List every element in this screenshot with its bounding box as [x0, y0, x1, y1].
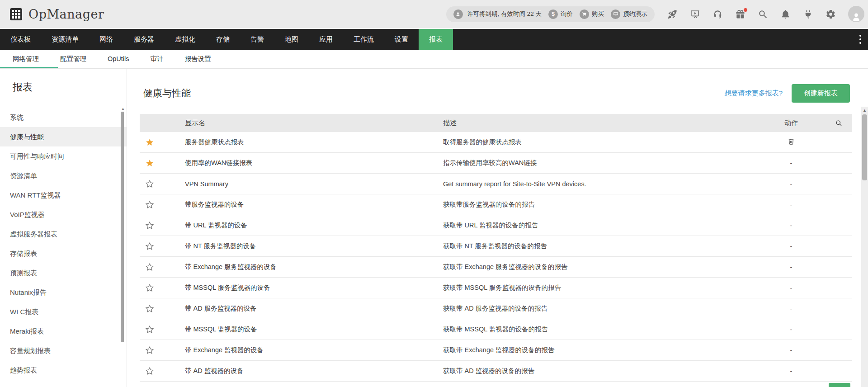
star-icon[interactable]: [145, 367, 154, 376]
sidebar-item[interactable]: WAN RTT监视器: [0, 185, 127, 205]
main-panel: 健康与性能 想要请求更多报表? 创建新报表 显示名 描述 动作 服务器健康状态报…: [127, 69, 868, 387]
table-row: VPN SummaryGet summary report for Site-t…: [140, 174, 852, 194]
sidebar-item[interactable]: Nutanix报告: [0, 283, 127, 302]
report-name[interactable]: 使用率的WAN链接报表: [185, 159, 252, 166]
report-name[interactable]: VPN Summary: [185, 180, 228, 188]
license-pill: 许可将到期, 有效时间 22 天 $询价购买预约演示: [446, 6, 655, 22]
search-icon[interactable]: [758, 9, 768, 19]
report-name[interactable]: 带服务监视器的设备: [185, 201, 244, 208]
module-subtabs: 网络管理配置管理OpUtils审计报告设置: [0, 50, 868, 69]
report-name[interactable]: 服务器健康状态报表: [185, 138, 244, 146]
demo-button[interactable]: 预约演示: [611, 9, 647, 19]
nav-item[interactable]: 地图: [274, 29, 309, 50]
star-icon[interactable]: [145, 221, 154, 230]
price-quote-icon: $: [548, 9, 558, 19]
sidebar-item[interactable]: 趋势报表: [0, 360, 127, 380]
demo-screen-icon: [611, 9, 620, 19]
nav-item[interactable]: 设置: [384, 29, 419, 50]
sidebar-scrollbar-thumb[interactable]: [121, 112, 124, 342]
sidebar-scroll-up-arrow[interactable]: ▲: [121, 107, 125, 111]
delete-report-button[interactable]: [787, 137, 795, 146]
presentation-icon[interactable]: [690, 9, 700, 19]
sidebar-item[interactable]: 健康与性能: [0, 127, 127, 146]
sidebar-item[interactable]: WLC报表: [0, 302, 127, 321]
reports-table: 显示名 描述 动作 服务器健康状态报表取得服务器的健康状态报表使用率的WAN链接…: [140, 114, 852, 382]
report-name[interactable]: 带 NT 服务监视器的设备: [185, 242, 256, 250]
sidebar-item[interactable]: 存储报表: [0, 244, 127, 263]
report-description: 获取带 MSSQL 监视器的设备的报告: [439, 325, 757, 334]
sidebar-item[interactable]: 预测报表: [0, 263, 127, 283]
subtab[interactable]: 报告设置: [185, 50, 211, 68]
star-icon[interactable]: [145, 159, 154, 168]
nav-item[interactable]: 应用: [309, 29, 343, 50]
table-row: 带 MSSQL 服务监视器的设备获取带 MSSQL 服务监视器的设备的报告-: [140, 278, 852, 298]
nav-item[interactable]: 存储: [206, 29, 240, 50]
report-name[interactable]: 带 AD 服务监视器的设备: [185, 305, 257, 312]
report-name[interactable]: 带 MSSQL 服务监视器的设备: [185, 284, 270, 291]
column-header-actions: 动作: [757, 119, 825, 127]
star-icon[interactable]: [145, 242, 154, 251]
report-description: 获取带服务监视器的设备的报告: [439, 200, 757, 209]
subtab[interactable]: OpUtils: [108, 50, 129, 68]
report-description: 获取带 Exchange 监视器的设备的报告: [439, 346, 757, 354]
request-more-reports-link[interactable]: 想要请求更多报表?: [725, 89, 783, 98]
star-icon[interactable]: [145, 346, 154, 355]
nav-item[interactable]: 资源清单: [41, 29, 89, 50]
nav-item[interactable]: 工作流: [343, 29, 384, 50]
table-search-icon[interactable]: [835, 119, 843, 127]
report-description: 指示传输使用率较高的WAN链接: [439, 159, 757, 167]
sidebar-item[interactable]: VoIP监视器: [0, 205, 127, 224]
nav-item[interactable]: 网络: [89, 29, 123, 50]
star-icon[interactable]: [145, 304, 154, 313]
report-description: 获取带 NT 服务监视器的设备的报告: [439, 242, 757, 250]
plug-icon[interactable]: [803, 9, 813, 19]
star-icon[interactable]: [145, 283, 154, 293]
create-report-button[interactable]: 创建新报表: [792, 84, 850, 103]
star-icon[interactable]: [145, 179, 154, 189]
star-icon[interactable]: [145, 263, 154, 272]
page-scroll-up-arrow[interactable]: ▲: [861, 107, 868, 113]
nav-item[interactable]: 报表: [419, 29, 453, 50]
gear-icon[interactable]: [826, 9, 836, 19]
page-title: 健康与性能: [143, 87, 191, 99]
sidebar-item[interactable]: Meraki报表: [0, 321, 127, 341]
page-scrollbar-thumb[interactable]: [862, 114, 867, 180]
nav-item[interactable]: 告警: [240, 29, 274, 50]
buy-button[interactable]: 购买: [580, 9, 604, 19]
column-header-description: 描述: [439, 119, 757, 127]
star-icon[interactable]: [145, 138, 154, 147]
subtab[interactable]: 网络管理: [13, 50, 39, 68]
report-name[interactable]: 带 MSSQL 监视器的设备: [185, 326, 257, 333]
sidebar-item[interactable]: 虚拟服务器报表: [0, 224, 127, 244]
headset-icon[interactable]: [712, 9, 723, 19]
subtab[interactable]: 配置管理: [60, 50, 86, 68]
floating-button-partial[interactable]: [829, 383, 850, 387]
sidebar-item[interactable]: 系统: [0, 108, 127, 127]
quote-button[interactable]: $询价: [548, 9, 573, 19]
sidebar-item[interactable]: 资源清单: [0, 166, 127, 185]
report-name[interactable]: 带 Exchange 监视器的设备: [185, 346, 264, 354]
person-icon: [851, 11, 862, 22]
notification-badge: [744, 8, 747, 12]
star-icon[interactable]: [145, 325, 154, 334]
subtab[interactable]: 审计: [151, 50, 164, 68]
page-scrollbar[interactable]: ▲: [861, 107, 868, 387]
bell-icon[interactable]: [780, 9, 791, 19]
no-action-placeholder: -: [790, 347, 793, 354]
nav-item[interactable]: 虚拟化: [165, 29, 206, 50]
sidebar-item[interactable]: 可用性与响应时间: [0, 146, 127, 166]
report-name[interactable]: 带 Exchange 服务监视器的设备: [185, 263, 277, 270]
report-name[interactable]: 带 URL 监视器的设备: [185, 222, 247, 229]
star-icon[interactable]: [145, 200, 154, 209]
nav-item[interactable]: 服务器: [123, 29, 165, 50]
app-title: OpManager: [28, 7, 104, 21]
no-action-placeholder: -: [790, 222, 793, 229]
sidebar-item[interactable]: 容量规划报表: [0, 341, 127, 360]
apps-grid-icon[interactable]: [10, 8, 22, 20]
nav-item[interactable]: 仪表板: [0, 29, 41, 50]
user-avatar[interactable]: [848, 6, 864, 22]
report-name[interactable]: 带 AD 监视器的设备: [185, 367, 244, 374]
rocket-icon[interactable]: [667, 9, 678, 19]
gift-icon[interactable]: [735, 9, 745, 19]
more-menu-button[interactable]: [853, 29, 868, 50]
